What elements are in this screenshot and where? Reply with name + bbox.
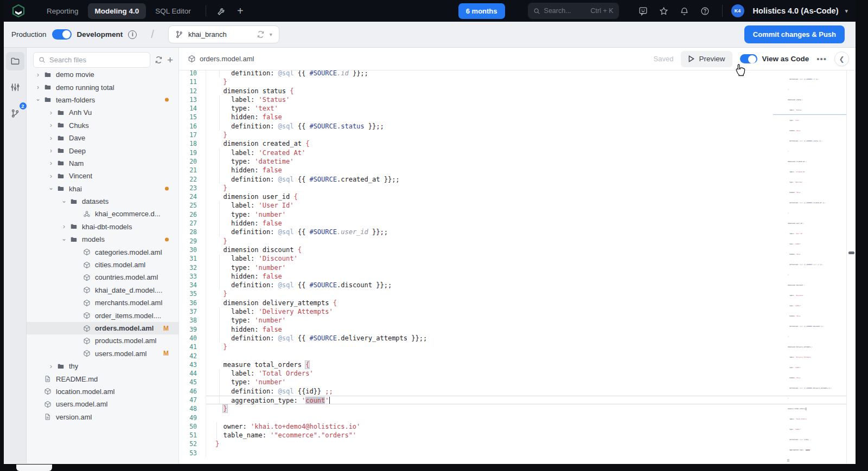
code-line-text[interactable]: } bbox=[206, 404, 846, 413]
commit-changes-button[interactable]: Commit changes & Push bbox=[744, 25, 845, 43]
tree-item-merchants-model-aml[interactable]: merchants.model.aml bbox=[27, 296, 178, 309]
code-line-text[interactable]: definition: @sql {{ #SOURCE.created_at }… bbox=[206, 175, 846, 184]
tree-item-demo-running-total[interactable]: ›demo running total bbox=[27, 81, 178, 93]
tree-item-deep[interactable]: ›Deep bbox=[27, 144, 178, 157]
code-line-text[interactable]: label: 'Discount' bbox=[206, 254, 846, 263]
info-icon[interactable]: i bbox=[128, 30, 137, 39]
code-line-text[interactable]: measure total_orders { bbox=[206, 360, 846, 369]
refresh-icon[interactable] bbox=[257, 30, 265, 38]
tree-item-categories-model-aml[interactable]: categories.model.aml bbox=[27, 246, 178, 258]
code-line-text[interactable]: hidden: false bbox=[206, 166, 846, 175]
tree-item-location-model-aml[interactable]: location.model.aml bbox=[27, 385, 178, 398]
tree-item-readme-md[interactable]: README.md bbox=[27, 372, 178, 385]
chevron-icon[interactable]: › bbox=[32, 83, 44, 91]
code-line-text[interactable]: definition: @sql {{ #SOURCE.id }};; bbox=[206, 70, 846, 78]
help-icon[interactable] bbox=[697, 3, 713, 19]
code-line-text[interactable]: label: 'Created At' bbox=[206, 149, 846, 157]
tree-item-order-items-model-[interactable]: order_items.model.... bbox=[27, 309, 178, 321]
tree-item-khai-date-d-model-[interactable]: khai_date_d.model.... bbox=[27, 284, 178, 296]
tree-item-nam[interactable]: ›Nam bbox=[27, 157, 178, 170]
environment-toggle[interactable] bbox=[52, 29, 72, 40]
code-line-text[interactable]: hidden: false bbox=[206, 113, 846, 121]
code-line-text[interactable] bbox=[206, 352, 846, 360]
wrench-icon[interactable] bbox=[214, 3, 230, 19]
code-line-text[interactable]: label: 'Status' bbox=[206, 95, 846, 104]
tree-item-cities-model-aml[interactable]: cities.model.aml bbox=[27, 259, 178, 271]
code-line-text[interactable]: definition: @sql {{ #SOURCE.discount }};… bbox=[206, 281, 846, 289]
global-search-input[interactable]: Search... Ctrl + K bbox=[528, 3, 619, 19]
code-line-text[interactable]: dimension user_id { bbox=[206, 192, 846, 201]
code-line-text[interactable]: label: 'Total Orders' bbox=[206, 369, 846, 378]
add-icon[interactable]: + bbox=[232, 3, 248, 19]
tree-item-datasets[interactable]: ⌄datasets bbox=[27, 195, 178, 208]
code-line-text[interactable]: label: 'Delivery Attempts' bbox=[206, 307, 846, 316]
code-line-text[interactable]: dimension discount { bbox=[206, 246, 846, 254]
user-avatar[interactable]: K4 bbox=[731, 4, 744, 17]
code-line-text[interactable]: } bbox=[206, 237, 846, 246]
tree-item-users-model-aml[interactable]: users.model.amlM bbox=[27, 347, 178, 360]
chevron-down-icon[interactable]: ▾ bbox=[845, 8, 848, 15]
chevron-icon[interactable]: › bbox=[45, 147, 57, 154]
scrollbar-thumb[interactable] bbox=[848, 251, 854, 254]
chevron-icon[interactable]: › bbox=[45, 363, 57, 370]
tree-item-countries-model-aml[interactable]: countries.model.aml bbox=[27, 271, 178, 283]
code-line-text[interactable]: } bbox=[206, 343, 846, 351]
chevron-icon[interactable]: › bbox=[45, 172, 57, 180]
preview-button[interactable]: Preview bbox=[681, 51, 732, 67]
holistics-logo-icon[interactable] bbox=[11, 4, 25, 18]
chevron-icon[interactable]: › bbox=[45, 134, 57, 142]
code-line-text[interactable]: definition: @sql {{ #SOURCE.user_id }};; bbox=[206, 228, 846, 236]
tree-item-team-folders[interactable]: ⌄team-folders bbox=[27, 94, 178, 106]
code-line-text[interactable]: type: 'number' bbox=[206, 316, 846, 325]
favorites-star-icon[interactable] bbox=[656, 3, 672, 19]
refresh-files-icon[interactable] bbox=[155, 56, 163, 64]
code-line-text[interactable] bbox=[206, 449, 846, 457]
trial-period-button[interactable]: 6 months bbox=[458, 3, 505, 19]
tree-item-khai-ecommerce-d-[interactable]: khai_ecommerce.d... bbox=[27, 208, 178, 220]
tab-modeling[interactable]: Modeling 4.0 bbox=[88, 3, 146, 19]
chevron-down-icon[interactable]: ▾ bbox=[270, 31, 272, 37]
add-file-icon[interactable]: + bbox=[167, 56, 173, 64]
vertical-scrollbar[interactable] bbox=[846, 70, 856, 463]
tree-item-dave[interactable]: ›Dave bbox=[27, 132, 178, 144]
chevron-icon[interactable]: ⌄ bbox=[32, 95, 44, 102]
chevron-icon[interactable]: › bbox=[45, 109, 57, 117]
code-line-text[interactable]: definition: @sql {{id}} ;; bbox=[206, 387, 846, 396]
code-line-text[interactable]: } bbox=[206, 78, 846, 86]
code-line-text[interactable] bbox=[206, 414, 846, 422]
code-line-text[interactable]: owner: 'khai.to+demo4@holistics.io' bbox=[206, 422, 846, 431]
files-panel-button[interactable] bbox=[6, 52, 24, 70]
code-line-text[interactable]: } bbox=[206, 289, 846, 298]
chevron-icon[interactable]: › bbox=[45, 121, 57, 129]
workspace-name[interactable]: Holistics 4.0 (As-Code) bbox=[753, 7, 839, 15]
code-line-text[interactable]: } bbox=[206, 440, 846, 448]
code-line-text[interactable]: } bbox=[206, 131, 846, 139]
code-line-text[interactable]: hidden: false bbox=[206, 219, 846, 228]
code-line-text[interactable]: definition: @sql {{ #SOURCE.delivery_att… bbox=[206, 334, 846, 343]
code-line-text[interactable]: dimension status { bbox=[206, 87, 846, 95]
tree-item-khai-dbt-models[interactable]: ›khai-dbt-models bbox=[27, 221, 178, 233]
notifications-bell-icon[interactable] bbox=[676, 3, 693, 19]
chevron-icon[interactable]: ⌄ bbox=[58, 235, 70, 242]
code-line-text[interactable]: type: 'number' bbox=[206, 210, 846, 219]
tree-item-demo-movie[interactable]: ›demo movie bbox=[27, 68, 178, 81]
chevron-icon[interactable]: ⌄ bbox=[58, 197, 70, 204]
tree-item-anh-vu[interactable]: ›Anh Vu bbox=[27, 106, 178, 119]
code-line-text[interactable]: aggregation_type: 'count' bbox=[206, 396, 846, 404]
code-line-text[interactable]: hidden: false bbox=[206, 325, 846, 334]
code-line-text[interactable]: label: 'User Id' bbox=[206, 201, 846, 210]
code-line-text[interactable]: } bbox=[206, 184, 846, 192]
more-options-icon[interactable]: ••• bbox=[816, 54, 827, 63]
code-line-text[interactable]: dimension created_at { bbox=[206, 139, 846, 148]
tree-item-models[interactable]: ⌄models bbox=[27, 233, 178, 246]
version-control-button[interactable]: 2 bbox=[6, 104, 24, 122]
tree-item-version-aml[interactable]: version.aml bbox=[27, 411, 178, 423]
code-line-text[interactable]: table_name: '"ecommerce"."orders"' bbox=[206, 431, 846, 440]
code-line-text[interactable]: type: 'number' bbox=[206, 263, 846, 272]
tree-item-khai[interactable]: ⌄khai bbox=[27, 183, 178, 195]
tree-item-products-model-aml[interactable]: products.model.aml bbox=[27, 334, 178, 347]
branch-selector[interactable]: khai_branch ▾ bbox=[168, 25, 279, 43]
code-line-text[interactable]: type: 'number' bbox=[206, 378, 846, 386]
tree-item-vincent[interactable]: ›Vincent bbox=[27, 170, 178, 182]
tree-item-chuks[interactable]: ›Chuks bbox=[27, 119, 178, 132]
